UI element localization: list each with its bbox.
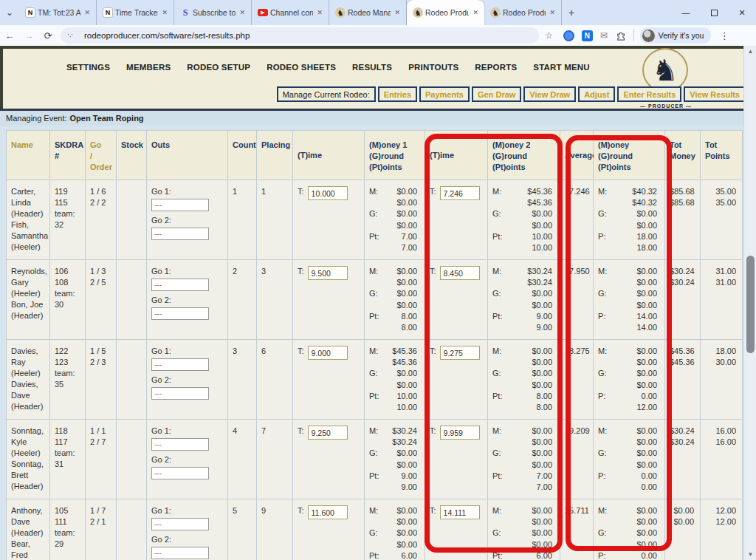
toolbar-button-payments[interactable]: Payments xyxy=(419,86,470,102)
money-value: 0.00 xyxy=(614,482,657,493)
nav-item-start-menu[interactable]: START MENU xyxy=(533,63,590,72)
cell-money-average: M:$40.32$40.32G:$0.00$0.00P:18.0018.00 xyxy=(594,180,665,260)
row2-go2-input[interactable] xyxy=(151,307,209,320)
forward-icon[interactable]: → xyxy=(19,30,38,41)
row4-time2-input[interactable] xyxy=(440,426,480,440)
row1-go1-input[interactable] xyxy=(151,199,209,211)
nav-item-rodeo-sheets[interactable]: RODEO SHEETS xyxy=(267,63,336,72)
cell-average: 25.711 xyxy=(560,499,594,560)
cell-tot-money-line: $45.36 xyxy=(670,346,694,357)
extensions-puzzle-icon[interactable] xyxy=(615,30,626,41)
browser-menu-icon[interactable]: ⋮ xyxy=(717,30,732,41)
toolbar-button-adjust[interactable]: Adjust xyxy=(578,86,615,102)
row5-time1-input[interactable] xyxy=(308,505,348,519)
money-value: $0.00 xyxy=(614,426,657,437)
cell-go-order: 1 / 72 / 1 xyxy=(86,499,117,560)
envelope-icon[interactable]: ✉ xyxy=(600,30,608,41)
bookmark-star-icon[interactable]: ☆ xyxy=(545,30,553,41)
tab-close-icon[interactable]: ✕ xyxy=(83,7,92,18)
cell-average-line: 25.711 xyxy=(565,505,587,516)
tab-3[interactable]: SSubscribe to Si✕ xyxy=(174,0,252,25)
row3-time2-input[interactable] xyxy=(440,346,480,360)
scroll-up-icon[interactable]: ▲ xyxy=(744,48,756,55)
cell-tot-money-line: $30.24 xyxy=(670,266,694,277)
tab-close-icon[interactable]: ✕ xyxy=(160,7,169,18)
close-icon[interactable]: ✕ xyxy=(728,0,756,25)
money-label xyxy=(598,539,614,550)
row2-time1-input[interactable] xyxy=(308,266,348,280)
scrollbar-thumb[interactable] xyxy=(746,256,755,353)
header-text: (T)ime xyxy=(298,150,322,161)
cell-placing-line: 1 xyxy=(261,186,289,197)
url-field[interactable]: ⸪ rodeoproducer.com/software/set-results… xyxy=(61,27,539,44)
maximize-icon[interactable] xyxy=(700,0,728,25)
money-label xyxy=(598,516,614,527)
nav-item-members[interactable]: MEMBERS xyxy=(126,63,171,72)
tab-close-icon[interactable]: ✕ xyxy=(471,7,480,18)
row3-time1-input[interactable] xyxy=(308,346,348,360)
page-scrollbar[interactable]: ▲ ▼ xyxy=(743,46,756,560)
money-value: $0.00 xyxy=(385,380,417,391)
row4-go1-input[interactable] xyxy=(151,438,209,451)
tab-close-icon[interactable]: ✕ xyxy=(393,7,402,18)
back-icon[interactable]: ← xyxy=(0,30,19,41)
new-tab-button[interactable]: + xyxy=(562,7,581,18)
tab-6[interactable]: ♞Rodeo Produce✕ xyxy=(407,0,484,25)
money-value: $0.00 xyxy=(614,277,657,288)
cell-money1-grid: M:$45.36$45.36G:$0.00$0.00Pt:10.0010.00 xyxy=(369,346,422,413)
tab-4[interactable]: ▶Channel conten✕ xyxy=(252,0,329,25)
tab-close-icon[interactable]: ✕ xyxy=(548,7,557,18)
row2-go1-input[interactable] xyxy=(151,279,209,291)
extension-circle-icon[interactable] xyxy=(563,30,574,41)
tab-close-icon[interactable]: ✕ xyxy=(315,7,324,18)
extension-m-icon[interactable]: N xyxy=(582,30,593,41)
row1-time1-input[interactable] xyxy=(308,186,348,200)
money-value: $0.00 xyxy=(614,437,657,448)
row1-time2-input[interactable] xyxy=(440,186,480,200)
cell-go-order-line: 1 / 6 xyxy=(90,186,113,197)
row3-go2-input[interactable] xyxy=(151,387,209,400)
scroll-down-icon[interactable]: ▼ xyxy=(744,551,756,558)
row5-go1-input[interactable] xyxy=(151,518,209,530)
cell-go-order-line: 2 / 1 xyxy=(90,516,113,527)
profile-chip[interactable]: Verify it's you xyxy=(640,27,712,44)
money-label: Pt: xyxy=(369,550,385,560)
toolbar-button-gen-draw[interactable]: Gen Draw xyxy=(472,86,521,102)
money-label xyxy=(598,380,614,391)
row4-time1-input[interactable] xyxy=(308,426,348,440)
tab-1[interactable]: NTM: Tot:23 A:2, E✕ xyxy=(19,0,97,25)
row5-time2-input[interactable] xyxy=(440,505,480,519)
nav-item-rodeo-setup[interactable]: RODEO SETUP xyxy=(187,63,250,72)
nav-item-printouts[interactable]: PRINTOUTS xyxy=(408,63,458,72)
minimize-icon[interactable]: — xyxy=(672,0,700,25)
toolbar-button-view-draw[interactable]: View Draw xyxy=(523,86,576,102)
row2-time2-input[interactable] xyxy=(440,266,480,280)
reload-icon[interactable]: ⟳ xyxy=(38,30,58,41)
row5-go2-input[interactable] xyxy=(151,547,209,559)
tab-close-icon[interactable]: ✕ xyxy=(238,7,247,18)
tab-search-icon[interactable]: ⌄ xyxy=(0,7,19,18)
toolbar-button-entries[interactable]: Entries xyxy=(378,86,417,102)
row1-go2-input[interactable] xyxy=(151,228,209,240)
money-label: M: xyxy=(492,346,509,357)
tab-5[interactable]: ♞Rodeo Manage✕ xyxy=(329,0,407,25)
toolbar-button-view-results[interactable]: View Results xyxy=(684,86,746,102)
cell-name-line: Davies, xyxy=(11,346,47,357)
cell-tot-money-line: $85.68 xyxy=(670,197,694,208)
nav-item-settings[interactable]: SETTINGS xyxy=(66,63,110,72)
url-text[interactable]: rodeoproducer.com/software/set-results.p… xyxy=(84,31,250,40)
header-text: Average xyxy=(565,150,597,161)
site-info-icon[interactable]: ⸪ xyxy=(68,31,80,40)
row4-go2-input[interactable] xyxy=(151,467,209,479)
cell-name: Carter,Linda(Header)Fish,Samantha(Heeler… xyxy=(7,180,50,260)
money-value: $0.00 xyxy=(385,220,417,231)
nav-item-reports[interactable]: REPORTS xyxy=(475,63,517,72)
row3-go1-input[interactable] xyxy=(151,358,209,371)
toolbar-button-enter-results[interactable]: Enter Results xyxy=(617,86,681,102)
header-line: Go xyxy=(90,140,113,151)
horse-favicon-icon: ♞ xyxy=(335,7,346,18)
nav-item-results[interactable]: RESULTS xyxy=(352,63,392,72)
tab-2[interactable]: NTime Tracker✕ xyxy=(97,0,174,25)
money-value: 8.00 xyxy=(509,402,552,413)
tab-7[interactable]: ♞Rodeo Produce✕ xyxy=(484,0,562,25)
